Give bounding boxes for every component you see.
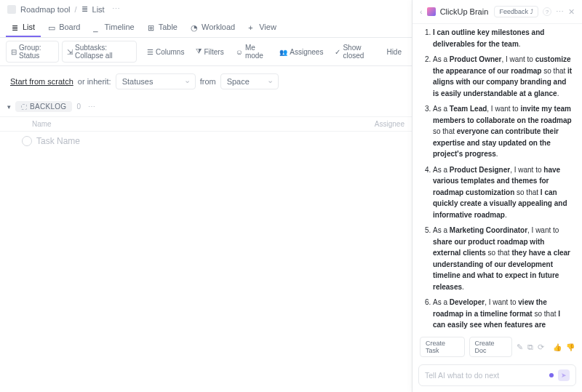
group-header: ▾ BACKLOG 0 bbox=[0, 97, 412, 117]
more-icon[interactable] bbox=[556, 7, 564, 17]
group-icon bbox=[11, 48, 17, 56]
ai-panel: ClickUp Brain Feedback I can outline key… bbox=[412, 0, 582, 392]
ai-actions: Create Task Create Doc bbox=[412, 332, 582, 361]
tab-list[interactable]: List bbox=[6, 18, 41, 37]
subtasks-chip[interactable]: Subtasks: Collapse all bbox=[62, 41, 137, 63]
create-task-button[interactable]: Create Task bbox=[420, 337, 465, 357]
crumb-leaf[interactable]: List bbox=[92, 5, 105, 14]
columns-btn[interactable]: Columns bbox=[143, 46, 188, 58]
chip-label: Columns bbox=[156, 48, 184, 56]
doc-icon bbox=[7, 5, 16, 14]
ai-response: I can outline key milestones and deliver… bbox=[412, 24, 582, 332]
ai-panel-title: ClickUp Brain bbox=[440, 7, 490, 16]
user-story: As a Team Lead, I want to invite my team… bbox=[433, 103, 573, 160]
user-story: As a Product Owner, I want to customize … bbox=[433, 54, 573, 99]
tab-workload[interactable]: Workload bbox=[185, 18, 241, 37]
thumbs-up-icon[interactable] bbox=[553, 343, 562, 351]
new-task-row[interactable] bbox=[0, 132, 412, 151]
statuses-select[interactable]: Statuses bbox=[116, 73, 196, 89]
table-icon bbox=[148, 23, 156, 31]
back-icon[interactable] bbox=[420, 7, 423, 16]
chip-label: Subtasks: Collapse all bbox=[75, 44, 132, 60]
chip-label: Show closed bbox=[343, 44, 375, 60]
inherit-config: Start from scratch or inherit: Statuses … bbox=[0, 66, 412, 97]
me-mode-btn[interactable]: Me mode bbox=[231, 41, 273, 62]
ai-prompt-input[interactable] bbox=[425, 371, 545, 380]
user-story: As a Marketing Coordinator, I want to sh… bbox=[433, 225, 573, 292]
columns-icon bbox=[147, 48, 154, 56]
start-scratch-link[interactable]: Start from scratch bbox=[10, 77, 73, 86]
user-story: As a Product Designer, I want to have va… bbox=[433, 164, 573, 221]
chip-label: Hide bbox=[386, 48, 402, 56]
assignees-icon bbox=[279, 48, 287, 56]
brain-icon bbox=[427, 7, 436, 16]
chip-label: Filters bbox=[204, 48, 223, 56]
filter-icon bbox=[196, 47, 202, 56]
close-icon[interactable] bbox=[568, 7, 575, 17]
tab-add-view[interactable]: View bbox=[242, 18, 282, 37]
crumb-more-icon[interactable] bbox=[109, 4, 123, 14]
tab-label: Workload bbox=[202, 23, 235, 31]
tab-table[interactable]: Table bbox=[142, 18, 183, 37]
toolbar: Group: Status Subtasks: Collapse all Col… bbox=[0, 38, 412, 66]
task-count: 0 bbox=[76, 103, 81, 111]
copy-icon[interactable] bbox=[527, 343, 533, 352]
workload-icon bbox=[191, 23, 199, 31]
status-label: BACKLOG bbox=[30, 103, 66, 111]
refresh-icon[interactable] bbox=[538, 343, 544, 352]
chip-label: Group: Status bbox=[19, 44, 54, 60]
crumb-root[interactable]: Roadmap tool bbox=[20, 5, 71, 14]
send-icon bbox=[561, 372, 567, 379]
help-icon[interactable] bbox=[543, 7, 551, 16]
check-icon bbox=[335, 48, 340, 56]
view-tabs: List Board Timeline Table Workload View bbox=[0, 18, 412, 38]
recording-indicator-icon bbox=[549, 373, 554, 377]
collapse-caret-icon[interactable]: ▾ bbox=[7, 103, 11, 111]
edit-icon[interactable] bbox=[517, 343, 523, 352]
me-icon bbox=[236, 48, 243, 56]
list-icon bbox=[12, 23, 20, 31]
send-button[interactable] bbox=[558, 369, 570, 381]
plus-icon bbox=[248, 23, 256, 31]
feedback-label: Feedback bbox=[499, 8, 528, 15]
feedback-button[interactable]: Feedback bbox=[494, 6, 538, 17]
ai-panel-header: ClickUp Brain Feedback bbox=[412, 0, 582, 24]
status-pill[interactable]: BACKLOG bbox=[15, 101, 72, 112]
list-columns-header: Name Assignee bbox=[0, 117, 412, 132]
filters-btn[interactable]: Filters bbox=[191, 45, 228, 58]
crumb-sep: / bbox=[75, 5, 77, 14]
tab-label: Timeline bbox=[104, 23, 134, 31]
ai-input-row bbox=[418, 364, 576, 386]
hide-btn[interactable]: Hide bbox=[382, 46, 406, 58]
space-select[interactable]: Space bbox=[220, 73, 279, 89]
list-icon bbox=[81, 4, 88, 14]
breadcrumb: Roadmap tool / List bbox=[0, 0, 412, 18]
external-icon bbox=[530, 8, 533, 15]
tab-label: View bbox=[259, 23, 276, 31]
main-area: Roadmap tool / List List Board Timeline … bbox=[0, 0, 412, 392]
show-closed-btn[interactable]: Show closed bbox=[330, 41, 379, 62]
col-name: Name bbox=[32, 120, 375, 128]
tab-timeline[interactable]: Timeline bbox=[87, 18, 140, 37]
status-icon bbox=[21, 104, 27, 110]
group-more-icon[interactable] bbox=[85, 103, 98, 111]
user-story: As a Developer, I want to view the roadm… bbox=[433, 297, 573, 332]
task-name-input[interactable] bbox=[36, 136, 404, 146]
col-assignee: Assignee bbox=[375, 120, 404, 128]
or-text: or inherit: bbox=[78, 77, 111, 86]
tab-board[interactable]: Board bbox=[42, 18, 86, 37]
chip-label: Me mode bbox=[245, 44, 268, 60]
board-icon bbox=[48, 23, 56, 31]
group-chip[interactable]: Group: Status bbox=[6, 41, 59, 63]
user-story: I can outline key milestones and deliver… bbox=[433, 27, 573, 49]
tab-label: Table bbox=[159, 23, 178, 31]
task-status-circle[interactable] bbox=[22, 136, 32, 146]
tab-label: Board bbox=[59, 23, 80, 31]
create-doc-button[interactable]: Create Doc bbox=[469, 337, 512, 357]
chip-label: Assignees bbox=[290, 48, 323, 56]
assignees-btn[interactable]: Assignees bbox=[275, 46, 327, 58]
thumbs-down-icon[interactable] bbox=[566, 343, 575, 351]
tab-label: List bbox=[23, 23, 35, 31]
from-text: from bbox=[200, 77, 216, 86]
subtasks-icon bbox=[67, 48, 73, 56]
